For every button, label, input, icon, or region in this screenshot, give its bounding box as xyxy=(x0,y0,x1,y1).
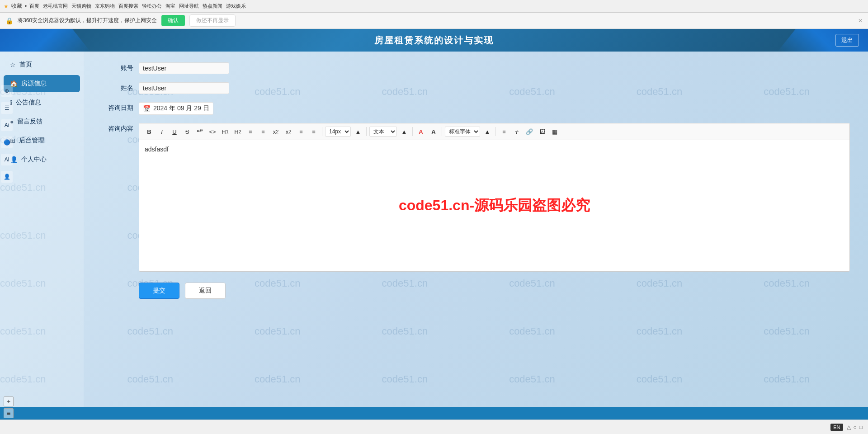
toolbar-strikethrough[interactable]: S xyxy=(182,126,193,137)
date-field[interactable]: 📅 2024 年 09 月 29 日 xyxy=(139,102,213,115)
toolbar-superscript[interactable]: x2 xyxy=(283,126,294,137)
home-icon: ☆ xyxy=(10,61,16,68)
font-type-select[interactable]: 文本 标题1 标题2 xyxy=(369,127,397,137)
date-label: 咨询日期 xyxy=(102,102,133,112)
side-icon-2[interactable]: ☰ xyxy=(1,102,13,114)
action-row: 提交 返回 xyxy=(139,283,850,299)
toolbar-fonttype-arrow[interactable]: ▲ xyxy=(399,126,410,137)
language-badge: EN xyxy=(830,424,843,431)
app-container: 房屋租赁系统的设计与实现 退出 ⊕ ☰ Ai 🔵 Ai 👤 ☆ 首页 🏠 房源信… xyxy=(0,29,868,434)
window-minimize[interactable]: — xyxy=(846,18,852,24)
toolbar-divider-4 xyxy=(442,127,442,136)
browser-status-bar: EN △ ○ □ xyxy=(0,420,868,434)
zoom-in-button[interactable]: + xyxy=(4,396,14,406)
toolbar-divider-3 xyxy=(412,127,413,136)
toolbar-align-left[interactable]: ≡ xyxy=(296,126,307,137)
toolbar-h2[interactable]: H2 xyxy=(232,126,243,137)
side-icon-5[interactable]: Ai xyxy=(1,154,13,165)
side-icon-1[interactable]: ⊕ xyxy=(1,85,13,97)
toolbar-italic[interactable]: I xyxy=(156,126,167,137)
rich-text-editor[interactable]: B I U S ❝❞ <> H1 H2 ≡ ≡ x2 x2 ≡ xyxy=(139,123,850,272)
security-text: 将360安全浏览器设为默认，提升打开速度，保护上网安全 xyxy=(18,17,157,24)
header-decor-left xyxy=(0,29,90,52)
browser-nav-bar: ★ 收藏 • 百度 老毛桃官网 天猫购物 京东购物 百度搜索 轻松办公 淘宝 网… xyxy=(0,0,868,13)
content-label: 咨询内容 xyxy=(102,123,133,133)
logout-button[interactable]: 退出 xyxy=(835,34,859,47)
sidebar-item-feedback[interactable]: ● 留言反馈 xyxy=(4,113,80,130)
date-value: 2024 年 09 月 29 日 xyxy=(153,104,209,113)
toolbar-quote[interactable]: ❝❞ xyxy=(194,126,205,137)
toolbar-fontfamily-arrow[interactable]: ▲ xyxy=(482,126,493,137)
nav-laomao[interactable]: 老毛桃官网 xyxy=(43,3,68,9)
nav-urlnav[interactable]: 网址导航 xyxy=(179,3,199,9)
toolbar-fontsize-arrow[interactable]: ▲ xyxy=(353,126,363,137)
toolbar-code[interactable]: <> xyxy=(207,126,218,137)
bottom-icons: △ ○ □ xyxy=(847,424,863,430)
nav-jingdong[interactable]: 京东购物 xyxy=(95,3,115,9)
sidebar-label-admin: 后台管理 xyxy=(19,137,44,145)
account-row: 账号 testUser xyxy=(102,62,850,74)
security-dismiss-button[interactable]: 做还不再显示 xyxy=(189,14,236,27)
toolbar-h1[interactable]: H1 xyxy=(220,126,231,137)
toolbar-list-ol[interactable]: ≡ xyxy=(245,126,256,137)
sidebar-item-home[interactable]: ☆ 首页 xyxy=(4,56,80,73)
sidebar-label-home: 首页 xyxy=(19,61,32,69)
sidebar-label-profile: 个人中心 xyxy=(21,156,47,164)
nav-news[interactable]: 热点新闻 xyxy=(203,3,222,9)
nav-games[interactable]: 游戏娱乐 xyxy=(226,3,246,9)
account-label: 账号 xyxy=(102,62,133,72)
font-family-select[interactable]: 标准字体 宋体 黑体 xyxy=(445,127,480,137)
toolbar-font-color[interactable]: A xyxy=(415,126,426,137)
date-row: 咨询日期 📅 2024 年 09 月 29 日 xyxy=(102,102,850,115)
toolbar-image[interactable]: 🖼 xyxy=(537,126,547,137)
side-icon-3[interactable]: Ai xyxy=(1,119,13,131)
nav-tianmao[interactable]: 天猫购物 xyxy=(71,3,91,9)
toolbar-link[interactable]: 🔗 xyxy=(524,126,535,137)
sidebar-item-house-info[interactable]: 🏠 房源信息 xyxy=(4,75,80,92)
submit-button[interactable]: 提交 xyxy=(139,283,179,299)
sidebar-item-notice[interactable]: ℹ 公告信息 xyxy=(4,94,80,111)
bottom-icon-delta: △ xyxy=(847,424,851,430)
toolbar-underline[interactable]: U xyxy=(169,126,180,137)
font-size-select[interactable]: 14px 12px 16px 18px 24px xyxy=(325,127,351,137)
calendar-icon: 📅 xyxy=(143,105,151,112)
side-icon-6[interactable]: 👤 xyxy=(1,171,13,183)
security-confirm-button[interactable]: 确认 xyxy=(161,15,185,26)
toolbar-bold[interactable]: B xyxy=(144,126,155,137)
name-value: testUser xyxy=(139,82,229,94)
form-section: 账号 testUser 姓名 testUser 咨询日期 📅 2024 年 09… xyxy=(102,62,850,299)
editor-toolbar: B I U S ❝❞ <> H1 H2 ≡ ≡ x2 x2 ≡ xyxy=(139,123,849,140)
back-button[interactable]: 返回 xyxy=(185,283,226,299)
toolbar-subscript[interactable]: x2 xyxy=(270,126,281,137)
security-bar: 🔒 将360安全浏览器设为默认，提升打开速度，保护上网安全 确认 做还不再显示 … xyxy=(0,13,868,29)
toolbar-align-right[interactable]: ≡ xyxy=(308,126,319,137)
editor-body[interactable]: adsfasdf code51.cn-源码乐园盗图必究 xyxy=(139,140,849,271)
sidebar-item-profile[interactable]: 👤 个人中心 xyxy=(4,151,80,168)
main-content: 账号 testUser 姓名 testUser 咨询日期 📅 2024 年 09… xyxy=(84,52,868,407)
favorites-label: 收藏 xyxy=(11,2,22,10)
toolbar-table[interactable]: ▦ xyxy=(549,126,560,137)
sidebar-label-house: 房源信息 xyxy=(21,80,47,88)
nav-separator: • xyxy=(25,3,27,9)
sidebar-item-admin[interactable]: ⊞ 后台管理 xyxy=(4,132,80,149)
toolbar-divider-2 xyxy=(366,127,367,136)
sidebar-label-notice: 公告信息 xyxy=(16,99,41,107)
toolbar-align-center[interactable]: ≡ xyxy=(499,126,509,137)
sidebar-label-feedback: 留言反馈 xyxy=(17,118,42,126)
nav-office[interactable]: 轻松办公 xyxy=(142,3,162,9)
favorites-icon: ★ xyxy=(4,3,9,9)
toolbar-font-bg[interactable]: A xyxy=(428,126,439,137)
editor-content[interactable]: adsfasdf xyxy=(145,146,844,153)
bottom-icon-square: □ xyxy=(859,424,863,430)
nav-taobao[interactable]: 淘宝 xyxy=(165,3,175,9)
window-close-icon[interactable]: ✕ xyxy=(858,18,863,24)
zoom-out-button[interactable]: ≡ xyxy=(4,408,14,418)
editor-watermark: code51.cn-源码乐园盗图必究 xyxy=(399,196,590,216)
nav-baidu[interactable]: 百度 xyxy=(29,3,39,9)
toolbar-clear-format[interactable]: T xyxy=(511,126,522,137)
lock-icon: 🔒 xyxy=(5,17,13,24)
toolbar-list-ul[interactable]: ≡ xyxy=(258,126,269,137)
nav-baidusearch[interactable]: 百度搜索 xyxy=(118,3,138,9)
side-icon-4[interactable]: 🔵 xyxy=(1,137,13,148)
toolbar-divider-5 xyxy=(495,127,496,136)
